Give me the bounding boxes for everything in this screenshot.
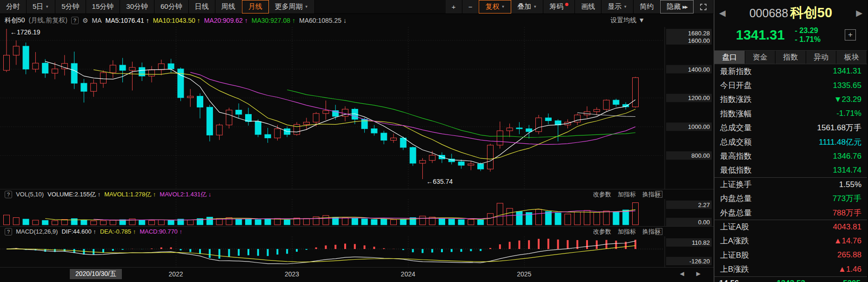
ma5-value: MA5:1076.41 ↑ bbox=[105, 17, 149, 24]
stock-name: 科创50 bbox=[790, 5, 832, 20]
ma-indicator-row: 科创50 (月线,前复权) ? ⚙ MA MA5:1076.41 ↑ MA10:… bbox=[0, 14, 714, 27]
next-stock-icon[interactable]: ▶ bbox=[856, 8, 862, 18]
quote-row: 指数涨跌▼23.29 bbox=[714, 93, 867, 107]
quote-row: 最高指数1346.76 bbox=[714, 149, 867, 163]
dea-value: DEA:-0.785 ↑ bbox=[100, 228, 136, 235]
svg-text:1400.00: 1400.00 bbox=[688, 66, 710, 73]
candlestick-canvas[interactable]: 1680.281600.001400.001200.001000.00800.0… bbox=[0, 27, 714, 189]
price-change: - 23.29 - 1.71% bbox=[795, 26, 821, 44]
quote-row: 外盘总量788万手 bbox=[714, 206, 867, 220]
period-5min[interactable]: 5分钟 bbox=[55, 0, 86, 13]
period-monthly[interactable]: 月线 bbox=[242, 0, 269, 13]
zoom-in-button[interactable]: + bbox=[446, 0, 462, 13]
plus-icon: + bbox=[452, 3, 456, 11]
ma20-value: MA20:909.62 ↑ bbox=[204, 17, 248, 24]
quote-row: 上A涨跌▲14.76 bbox=[714, 234, 867, 248]
svg-text:1680.28: 1680.28 bbox=[688, 30, 710, 37]
gear-icon[interactable]: ⚙ bbox=[82, 17, 88, 24]
macd-chart[interactable]: 110.82-126.20 bbox=[0, 236, 714, 267]
scroll-left-icon[interactable]: ◀ bbox=[680, 270, 684, 277]
tab-pankou[interactable]: 盘口 bbox=[714, 51, 745, 64]
tab-yidong[interactable]: 异动 bbox=[806, 51, 837, 64]
volume-canvas[interactable]: 2.270.00 bbox=[0, 199, 714, 226]
quote-row: 最新指数1341.31 bbox=[714, 64, 867, 78]
caret-down-icon: ▼ bbox=[533, 5, 537, 9]
quote-tabs: 盘口 资金 指数 异动 板块 bbox=[714, 50, 867, 64]
stock-code: 000688 bbox=[749, 7, 788, 20]
volume-indicator-row: ? VOL(5,10) VOLUME:2.155亿 ↑ MAVOL1:1.278… bbox=[0, 189, 714, 199]
quote-row: 上证B股265.88 bbox=[714, 248, 867, 262]
selected-date-box: 2020/10/30/五 bbox=[70, 269, 122, 279]
simple-mode-button[interactable]: 简约 bbox=[634, 0, 660, 13]
last-price: 1341.31 bbox=[736, 27, 785, 43]
fullscreen-button[interactable] bbox=[694, 0, 714, 13]
close-icon[interactable]: × bbox=[655, 228, 662, 235]
period-more[interactable]: 更多周期▼ bbox=[269, 0, 315, 13]
vol-add-indicator-button[interactable]: 加指标 bbox=[618, 190, 636, 199]
add-to-watchlist-button[interactable]: + bbox=[845, 29, 856, 40]
adjust-price-button[interactable]: 复权▼ bbox=[479, 0, 511, 13]
macd-add-indicator-button[interactable]: 加指标 bbox=[618, 228, 636, 236]
chart-subtitle: (月线,前复权) bbox=[29, 16, 67, 25]
ma-settings-button[interactable]: 设置均线 ▼ bbox=[610, 16, 645, 25]
mavol1-value: MAVOL1:1.278亿 ↑ bbox=[104, 190, 156, 199]
tab-zijin[interactable]: 资金 bbox=[745, 51, 776, 64]
display-button[interactable]: 显示▼ bbox=[601, 0, 634, 13]
tab-zhishu[interactable]: 指数 bbox=[775, 51, 806, 64]
macd-value: MACD:90.770 ↑ bbox=[140, 228, 182, 235]
macd-indicator-row: ? MACD(12,26,9) DIF:44.600 ↑ DEA:-0.785 … bbox=[0, 226, 714, 236]
help-icon[interactable]: ? bbox=[5, 228, 12, 235]
quote-row: 上证A股4043.81 bbox=[714, 220, 867, 234]
quote-header: ◀ 000688 科创50 ▶ 1341.31 - 23.29 - 1.71% … bbox=[714, 0, 867, 50]
help-icon[interactable]: ? bbox=[5, 191, 12, 198]
hide-button[interactable]: 隐藏▶▶ bbox=[660, 0, 694, 13]
quote-row: 指数涨幅-1.71% bbox=[714, 107, 867, 121]
dif-value: DIF:44.600 ↑ bbox=[61, 228, 96, 235]
macd-canvas[interactable]: 110.82-126.20 bbox=[0, 236, 714, 267]
overlay-button[interactable]: 叠加▼ bbox=[511, 0, 543, 13]
tab-bankuai[interactable]: 板块 bbox=[836, 51, 867, 64]
period-15min[interactable]: 15分钟 bbox=[86, 0, 120, 13]
vol-name: VOL(5,10) bbox=[16, 191, 44, 198]
caret-down-icon: ▼ bbox=[638, 16, 645, 24]
zoom-out-button[interactable]: − bbox=[462, 0, 479, 13]
quote-row: 最低指数1314.74 bbox=[714, 163, 867, 177]
partial-quote-row: 14.56 1343.53 5305 bbox=[714, 276, 867, 282]
svg-text:←1726.19: ←1726.19 bbox=[10, 28, 40, 36]
year-tick-label: 2025 bbox=[517, 270, 531, 278]
quote-row: 总成交量1561.68万手 bbox=[714, 121, 867, 135]
period-5day[interactable]: 5日▼ bbox=[27, 0, 55, 13]
mavol2-value: MAVOL2:1.431亿 ↓ bbox=[160, 190, 211, 199]
time-axis: 2020/10/30/五 2022202320242025 ◀ ▶ bbox=[0, 267, 714, 282]
svg-text:0.00: 0.00 bbox=[698, 219, 710, 226]
scroll-right-icon[interactable]: ▶ bbox=[696, 270, 701, 277]
prev-stock-icon[interactable]: ◀ bbox=[719, 8, 726, 18]
toolbar-right-group: + − 复权▼ 叠加▼ 筹码 画线 显示▼ 简约 隐藏▶▶ bbox=[446, 0, 714, 13]
quote-row: 内盘总量773万手 bbox=[714, 192, 867, 206]
period-fenshi[interactable]: 分时 bbox=[0, 0, 27, 13]
volume-chart[interactable]: 2.270.00 bbox=[0, 199, 714, 226]
minus-icon: − bbox=[468, 3, 473, 11]
svg-text:1600.00: 1600.00 bbox=[688, 37, 710, 44]
svg-text:1000.00: 1000.00 bbox=[688, 123, 710, 130]
caret-down-icon: ▼ bbox=[45, 5, 49, 9]
caret-down-icon: ▼ bbox=[501, 5, 505, 9]
help-icon[interactable]: ? bbox=[71, 17, 79, 24]
axis-scroll-arrows: ◀ ▶ bbox=[680, 270, 701, 277]
quote-row: 上证换手1.55% bbox=[714, 177, 867, 191]
svg-text:1200.00: 1200.00 bbox=[688, 94, 710, 101]
vol-edit-params-button[interactable]: 改参数 bbox=[593, 190, 611, 199]
period-60min[interactable]: 60分钟 bbox=[154, 0, 189, 13]
close-icon[interactable]: × bbox=[655, 191, 662, 198]
ma30-value: MA30:927.08 ↑ bbox=[252, 17, 295, 24]
ma60-value: MA60:1085.25 ↓ bbox=[299, 17, 347, 24]
main-chart[interactable]: 1680.281600.001400.001200.001000.00800.0… bbox=[0, 27, 714, 189]
period-weekly[interactable]: 周线 bbox=[215, 0, 242, 13]
svg-text:-126.20: -126.20 bbox=[689, 258, 710, 265]
period-30min[interactable]: 30分钟 bbox=[120, 0, 154, 13]
period-daily[interactable]: 日线 bbox=[189, 0, 215, 13]
macd-name: MACD(12,26,9) bbox=[16, 228, 58, 235]
draw-line-button[interactable]: 画线 bbox=[575, 0, 601, 13]
chip-distribution-button[interactable]: 筹码 bbox=[543, 0, 575, 13]
macd-edit-params-button[interactable]: 改参数 bbox=[593, 228, 611, 236]
